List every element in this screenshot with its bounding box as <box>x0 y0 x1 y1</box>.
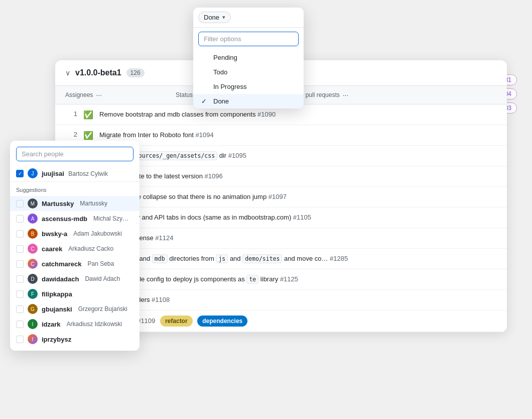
avatar: F <box>28 289 38 299</box>
done-label: Done <box>204 14 219 21</box>
user-display-name: bwsky-a <box>42 230 67 238</box>
user-display-name: juujisai <box>42 170 64 177</box>
issue-title[interactable]: Add Overview and API tabs in docs (same … <box>99 213 497 223</box>
user-checkbox-checked[interactable] <box>16 170 24 177</box>
option-pending[interactable]: Pending <box>193 50 304 65</box>
issue-title[interactable]: Remove bootstrap and mdb classes from co… <box>99 110 497 120</box>
issue-id: #1095 <box>228 152 246 159</box>
issue-id: #1105 <box>293 214 311 221</box>
issue-title[interactable]: Remove resources/_gen/assets/css dir #10… <box>99 151 497 161</box>
issue-title[interactable]: Migrate from Inter to Roboto font #1094 <box>99 130 497 140</box>
user-full-name: Bartosz Cylwik <box>68 170 108 177</box>
issue-number: 2 <box>65 130 77 138</box>
assignees-panel: J juujisai Bartosz Cylwik Suggestions M … <box>10 141 140 351</box>
status-dropdown: Done ▾ Pending Todo In Progress ✓ Done <box>193 8 304 109</box>
avatar: A <box>28 214 38 224</box>
issue-id: #1108 <box>152 296 170 303</box>
th-assignees-label: Assignees <box>65 91 93 98</box>
user-display-name: iprzybysz <box>42 336 71 343</box>
option-label: Done <box>213 97 229 105</box>
issue-id: #1109 <box>137 317 155 325</box>
assignees-more-icon[interactable]: ··· <box>96 91 102 99</box>
user-full-name: Pan Seba <box>88 260 114 267</box>
user-checkbox[interactable] <box>16 200 24 207</box>
issue-id: #1096 <box>205 172 223 180</box>
selected-user-row[interactable]: J juujisai Bartosz Cylwik <box>10 165 140 182</box>
user-checkbox[interactable] <box>16 305 24 313</box>
option-todo[interactable]: Todo <box>193 65 304 79</box>
list-item[interactable]: D dawidadach Dawid Adach <box>10 271 140 286</box>
option-inprogress[interactable]: In Progress <box>193 79 304 94</box>
list-item[interactable]: M Martussky Martussky <box>10 196 140 211</box>
avatar: I <box>28 319 38 329</box>
avatar: G <box>28 304 38 314</box>
user-checkbox[interactable] <box>16 230 24 238</box>
collapse-chevron-icon[interactable]: ∨ <box>65 69 70 77</box>
user-full-name: Dawid Adach <box>85 275 120 282</box>
check-selected-icon: ✓ <box>201 97 209 105</box>
issue-title[interactable]: Update compile config to deploy js compo… <box>99 274 497 284</box>
avatar: I <box>28 334 38 344</box>
dependencies-tag[interactable]: dependencies <box>197 316 247 327</box>
selected-username: juujisai Bartosz Cylwik <box>42 169 108 178</box>
user-display-name: catchmareck <box>42 260 82 268</box>
issue-title[interactable]: Update the license #1124 <box>99 233 497 243</box>
linked-more-icon[interactable]: ··· <box>343 91 349 99</box>
user-checkbox[interactable] <box>16 215 24 223</box>
issue-title[interactable]: Tailwind update to the latest version #1… <box>99 171 497 181</box>
user-checkbox[interactable] <box>16 321 24 328</box>
list-item[interactable]: A ascensus-mdb Michal Szy… <box>10 211 140 226</box>
code-snippet: mdb <box>152 254 168 263</box>
avatar: J <box>28 168 38 178</box>
issue-number: 1 <box>65 110 77 118</box>
done-badge[interactable]: Done ▾ <box>198 12 231 23</box>
user-checkbox[interactable] <box>16 260 24 268</box>
list-item[interactable]: G gbujanski Grzegorz Bujański <box>10 301 140 317</box>
done-check-icon: ✅ <box>83 110 93 120</box>
suggestions-label: Suggestions <box>10 185 140 196</box>
user-checkbox[interactable] <box>16 290 24 298</box>
issue-id: #1090 <box>257 111 276 118</box>
user-full-name: Martussky <box>80 200 107 207</box>
avatar: M <box>28 198 38 208</box>
user-full-name: Michal Szy… <box>93 215 128 222</box>
option-done[interactable]: ✓ Done <box>193 94 304 109</box>
dropdown-arrow-icon: ▾ <box>222 14 225 21</box>
code-snippet: js <box>216 254 228 263</box>
issue-id: #1094 <box>195 131 213 139</box>
avatar: B <box>28 229 38 239</box>
issue-id: #1124 <box>155 234 173 242</box>
list-item[interactable]: F filipkappa <box>10 286 140 301</box>
user-display-name: idzark <box>42 321 61 328</box>
user-checkbox[interactable] <box>16 336 24 343</box>
option-label: In Progress <box>213 83 246 90</box>
issue-title[interactable]: Fix show code collapse so that there is … <box>99 192 497 202</box>
issue-title[interactable]: Remove bs and mdb directories from js an… <box>99 254 497 264</box>
list-item[interactable]: I iprzybysz <box>10 332 140 347</box>
version-title: v1.0.0-beta1 <box>75 68 121 77</box>
list-item[interactable]: C caarek Arkadiusz Cacko <box>10 241 140 256</box>
avatar: C <box>28 244 38 254</box>
user-display-name: ascensus-mdb <box>42 215 87 223</box>
issue-title[interactable]: Add placeholders #1108 <box>99 295 497 305</box>
refactor-tag[interactable]: refactor <box>160 316 193 327</box>
th-status-label: Status <box>176 91 193 98</box>
version-count-badge: 126 <box>126 68 145 77</box>
option-label: Pending <box>213 54 237 61</box>
user-checkbox[interactable] <box>16 275 24 283</box>
code-snippet: te <box>246 275 258 284</box>
list-item[interactable]: C catchmareck Pan Seba <box>10 256 140 271</box>
issue-title[interactable]: Add dividers #1109 refactor dependencies <box>99 316 497 327</box>
list-item[interactable]: I idzark Arkadiusz Idzikowski <box>10 317 140 332</box>
list-item[interactable]: B bwsky-a Adam Jakubowski <box>10 226 140 241</box>
user-display-name: gbujanski <box>42 305 72 313</box>
user-display-name: filipkappa <box>42 290 72 298</box>
user-display-name: caarek <box>42 245 62 253</box>
filter-options-input[interactable] <box>198 32 299 46</box>
search-people-input[interactable] <box>16 147 134 161</box>
option-label: Todo <box>213 68 227 76</box>
user-checkbox[interactable] <box>16 245 24 253</box>
status-dropdown-header: Done ▾ <box>193 8 304 28</box>
user-full-name: Arkadiusz Cacko <box>68 245 113 252</box>
user-full-name: Adam Jakubowski <box>73 230 122 237</box>
